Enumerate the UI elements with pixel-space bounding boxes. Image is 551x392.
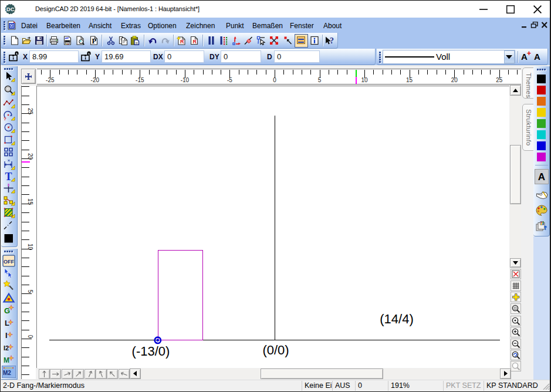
svg-text:OFF: OFF: [4, 258, 14, 264]
svg-text:M2: M2: [3, 369, 11, 376]
svg-text:L: L: [5, 319, 9, 327]
svg-text:?: ?: [330, 36, 334, 45]
svg-text:DC: DC: [6, 6, 15, 12]
svg-text:P: P: [92, 37, 97, 45]
svg-text:M: M: [4, 356, 9, 364]
svg-text:R: R: [180, 39, 184, 45]
svg-text:I: I: [5, 331, 8, 340]
svg-text:T: T: [5, 170, 12, 182]
svg-text:R: R: [193, 39, 197, 45]
svg-text:I2: I2: [4, 344, 9, 352]
